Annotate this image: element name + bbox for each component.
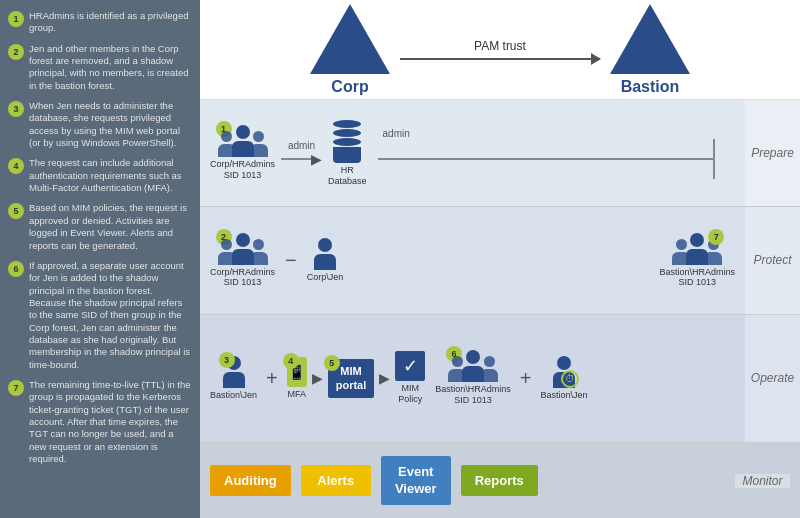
- auditing-badge[interactable]: Auditing: [210, 465, 291, 496]
- db-icon: [333, 120, 361, 163]
- protect-corp-label: Corp/HRAdminsSID 1013: [210, 267, 275, 289]
- step-3-badge: 3: [219, 352, 235, 368]
- plus-icon-2: +: [520, 367, 532, 390]
- prepare-row: 1: [200, 100, 800, 207]
- op-bastion-jen2: ⏱ Bastion\Jen: [541, 356, 588, 401]
- op-bastion-jen: 3 Bastion\Jen: [210, 356, 257, 401]
- check-icon: ✓: [395, 351, 425, 381]
- hr-db-label: HRDatabase: [328, 165, 367, 187]
- arrow-to-mim: ▶: [312, 370, 323, 386]
- alerts-badge[interactable]: Alerts: [301, 465, 371, 496]
- step-text-2: Jen and other members in the Corp forest…: [29, 43, 192, 92]
- step-badge-1: 1: [8, 11, 24, 27]
- op-jen-wrapper: 3: [223, 356, 245, 388]
- event-viewer-badge[interactable]: EventViewer: [381, 456, 451, 506]
- op-bastionadmins-wrapper: 6: [450, 350, 496, 382]
- step-badge-3: 3: [8, 101, 24, 117]
- protect-content: 2: [200, 207, 745, 313]
- step-item-4: 4 The request can include additional aut…: [8, 157, 192, 194]
- corp-jen: Corp\Jen: [307, 238, 344, 283]
- corp-hradmins-group: 1: [210, 125, 275, 181]
- b-person-left: [672, 239, 690, 265]
- bastion-label: Bastion: [621, 78, 680, 96]
- op-mfa-wrapper: 4 📱: [287, 357, 307, 387]
- left-panel: 1 HRAdmins is identified as a privileged…: [0, 0, 200, 518]
- right-panel: Corp PAM trust Bastion 1: [200, 0, 800, 518]
- reports-badge[interactable]: Reports: [461, 465, 538, 496]
- corp-triangle: [310, 4, 390, 74]
- arrow-to-policy: ▶: [379, 370, 390, 386]
- monitor-row: Auditing Alerts EventViewer Reports Moni…: [200, 443, 800, 518]
- step-text-3: When Jen needs to administer the databas…: [29, 100, 192, 149]
- op-mim-wrapper: 5 MIMportal: [328, 359, 375, 398]
- step-item-3: 3 When Jen needs to administer the datab…: [8, 100, 192, 149]
- step-text-1: HRAdmins is identified as a privileged g…: [29, 10, 192, 35]
- step-item-2: 2 Jen and other members in the Corp fore…: [8, 43, 192, 92]
- admin-left-label: admin: [288, 140, 315, 151]
- v-line-right: [713, 139, 715, 179]
- top-area: Corp PAM trust Bastion: [200, 0, 800, 100]
- corp-hradmins-label: Corp/HRAdminsSID 1013: [210, 159, 275, 181]
- group-icon-wrapper: 1: [220, 125, 266, 157]
- op-mfa: 4 📱 MFA: [287, 357, 307, 400]
- right-line: [373, 139, 735, 179]
- corp-jen-icon: [314, 238, 336, 270]
- op-hradmins-label: Bastion\HRAdminsSID 1013: [435, 384, 511, 406]
- step-text-5: Based on MIM policies, the request is ap…: [29, 202, 192, 251]
- op-jen-label: Bastion\Jen: [210, 390, 257, 401]
- prepare-tag: Prepare: [745, 100, 800, 206]
- operate-label: Operate: [751, 371, 794, 385]
- corp-triangle-item: Corp: [310, 4, 390, 96]
- step-text-4: The request can include additional authe…: [29, 157, 192, 194]
- protect-group-icon-wrapper: 2: [220, 233, 266, 265]
- pam-trust-area: PAM trust: [400, 39, 600, 60]
- op-jen2-label: Bastion\Jen: [541, 390, 588, 401]
- op-mim-policy: ✓ MIMPolicy: [395, 351, 425, 405]
- bastion-hradmins-label: Bastion\HRAdminsSID 1013: [659, 267, 735, 289]
- op-jen2-wrapper: ⏱: [553, 356, 575, 388]
- mfa-label: MFA: [287, 389, 306, 400]
- op-person-right: [480, 356, 498, 382]
- monitor-label: Monitor: [742, 474, 782, 488]
- step-5-badge: 5: [324, 355, 340, 371]
- sections: 1: [200, 100, 800, 518]
- prepare-content: 1: [200, 100, 745, 206]
- person-right: [250, 131, 268, 157]
- bastion-group-icon-wrapper: 7: [674, 233, 720, 265]
- triangle-container: Corp PAM trust Bastion: [310, 4, 690, 96]
- step-item-7: 7 The remaining time-to-live (TTL) in th…: [8, 379, 192, 465]
- op-person-left: [448, 356, 466, 382]
- protect-label: Protect: [753, 253, 791, 267]
- operate-content: 3 Bastion\Jen + 4 📱: [200, 315, 745, 443]
- step-4-badge: 4: [283, 353, 299, 369]
- step-item-5: 5 Based on MIM policies, the request is …: [8, 202, 192, 251]
- plus-icon-1: +: [266, 367, 278, 390]
- step-text-6: If approved, a separate user account for…: [29, 260, 192, 371]
- step-badge-7: 7: [8, 380, 24, 396]
- admin-right-label: admin: [383, 128, 410, 139]
- step-item-1: 1 HRAdmins is identified as a privileged…: [8, 10, 192, 35]
- prepare-label: Prepare: [751, 146, 794, 160]
- corp-label: Corp: [331, 78, 368, 96]
- bastion-triangle-item: Bastion: [610, 4, 690, 96]
- p2-person-left: [218, 239, 236, 265]
- step-7-badge: 7: [708, 229, 724, 245]
- operate-row: 3 Bastion\Jen + 4 📱: [200, 315, 800, 444]
- h-line-right: [378, 158, 713, 160]
- op-bastion-hradmins: 6: [435, 350, 511, 406]
- pam-trust-arrow: [400, 58, 600, 60]
- person-left: [218, 131, 236, 157]
- hr-database: HRDatabase: [328, 120, 367, 187]
- monitor-tag: Monitor: [735, 474, 790, 488]
- minus-icon: −: [285, 249, 297, 272]
- step-text-7: The remaining time-to-live (TTL) in the …: [29, 379, 192, 465]
- pam-trust-label: PAM trust: [474, 39, 526, 53]
- protect-tag: Protect: [745, 207, 800, 313]
- protect-corp-group: 2: [210, 233, 275, 289]
- bastion-triangle: [610, 4, 690, 74]
- h-line-left: [281, 158, 311, 160]
- step-badge-6: 6: [8, 261, 24, 277]
- monitor-badges-container: Auditing Alerts EventViewer Reports: [210, 456, 727, 506]
- step-badge-2: 2: [8, 44, 24, 60]
- bastion-hradmins: 7 Bastion\HRAdminsSID 1013: [659, 233, 735, 289]
